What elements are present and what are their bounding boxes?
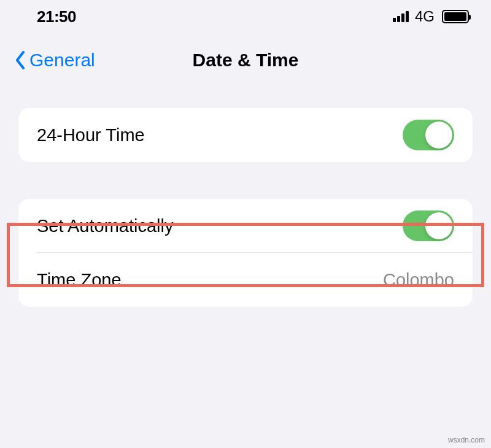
toggle-set-automatically[interactable] [403, 210, 454, 241]
toggle-knob [425, 212, 452, 239]
settings-group-2: Set Automatically Time Zone Colombo [18, 199, 473, 307]
row-value: Colombo [383, 270, 454, 290]
back-label: General [29, 50, 95, 71]
toggle-24-hour-time[interactable] [403, 120, 454, 150]
row-label: Time Zone [37, 270, 122, 290]
navigation-bar: General Date & Time [0, 33, 491, 87]
status-bar: 21:50 4G [0, 0, 491, 33]
content: 24-Hour Time Set Automatically Time Zone… [0, 87, 491, 307]
row-time-zone[interactable]: Time Zone Colombo [18, 253, 473, 307]
row-24-hour-time: 24-Hour Time [18, 108, 473, 162]
row-set-automatically: Set Automatically [18, 199, 473, 253]
status-time: 21:50 [37, 7, 76, 26]
row-label: 24-Hour Time [37, 125, 145, 145]
status-right: 4G [393, 8, 469, 25]
settings-group-1: 24-Hour Time [18, 108, 473, 162]
signal-icon [393, 11, 409, 22]
watermark: wsxdn.com [448, 436, 485, 444]
network-label: 4G [415, 8, 435, 25]
toggle-knob [425, 122, 452, 149]
battery-icon [442, 10, 469, 23]
chevron-left-icon [15, 51, 26, 69]
back-button[interactable]: General [15, 50, 95, 71]
page-title: Date & Time [193, 50, 299, 71]
row-label: Set Automatically [37, 216, 173, 236]
